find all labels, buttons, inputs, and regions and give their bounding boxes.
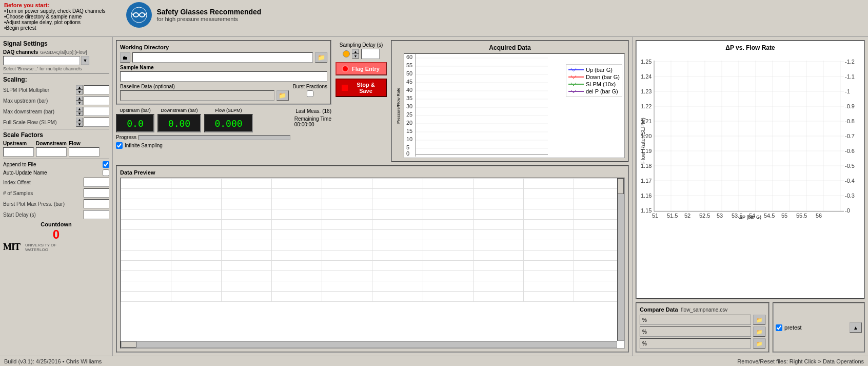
sampling-up[interactable]: ▲ (352, 49, 359, 54)
flag-entry-button[interactable]: Flag Entry (336, 62, 387, 75)
svg-text:50: 50 (406, 70, 412, 76)
svg-text:1.24: 1.24 (641, 73, 652, 80)
max-downstream-input[interactable]: 5.5 (84, 107, 109, 116)
data-preview-scrollbar-v[interactable] (617, 178, 624, 341)
sf-downstream-input[interactable]: 0 (36, 147, 67, 157)
svg-text:-0.3: -0.3 (845, 192, 855, 199)
svg-text:1.17: 1.17 (641, 178, 652, 184)
infinite-sampling-checkbox[interactable] (116, 142, 123, 149)
compare-data-row-1: 📁 (640, 315, 765, 325)
table-row (121, 281, 624, 292)
slpm-multiplier-down[interactable]: ▼ (76, 90, 83, 94)
compare-data-input-2[interactable] (640, 326, 751, 337)
last-meas-section: Last Meas. (16) Remaining Time 00:00:00 (294, 108, 331, 127)
flow-meas: Flow (SLPM) 0.000 (204, 108, 253, 132)
burst-plot-max-row: Burst Plot Max Press. (bar) 110 (3, 199, 109, 208)
signal-settings-title: Signal Settings (3, 40, 109, 47)
last-meas-value: (16) (322, 108, 331, 114)
append-to-file-label: Append to File (3, 162, 101, 167)
data-preview-box: Data Preview (116, 165, 629, 353)
full-scale-flow-spinner: ▲ ▼ 2 (76, 118, 109, 127)
baseline-browse-button[interactable]: 📁 (277, 90, 289, 101)
sample-name-input[interactable]: pretest (120, 71, 327, 82)
table-row (121, 230, 624, 240)
content-area: Signal Settings DAQ channels GASDAQ/ai[U… (0, 37, 868, 356)
pretest-expand-button[interactable]: ▲ (850, 322, 862, 333)
acquired-data-box: Acquired Data Pressure/Flow Rate 60 55 5… (391, 40, 629, 162)
compare-data-btn-1[interactable]: 📁 (753, 315, 765, 325)
baseline-label: Baseline Data (optional) (120, 84, 289, 89)
sampling-down[interactable]: ▼ (352, 54, 359, 59)
upstream-meas: Upstream (bar) 0.0 (116, 108, 154, 132)
max-upstream-up[interactable]: ▲ (76, 96, 83, 101)
working-directory-box: Working Directory 🖿 C:\National Instrume… (116, 40, 331, 105)
slpm-multiplier-input[interactable]: 10 (84, 85, 109, 94)
slpm-multiplier-up[interactable]: ▲ (76, 85, 83, 90)
divider-2 (3, 129, 109, 129)
last-meas-label: Last Meas. (295, 108, 321, 114)
max-downstream-down[interactable]: ▼ (76, 111, 83, 116)
logos-section: MIT UNIVERSITY OFWATERLOO (3, 242, 109, 253)
max-upstream-row: Max upstream (bar) ▲ ▼ 110 (3, 96, 109, 105)
data-preview-scrollbar-h[interactable] (121, 341, 617, 348)
browse-hint: Select 'Browse...' for multiple channels (3, 66, 109, 71)
num-samples-input[interactable]: 1000 (84, 188, 109, 198)
auto-update-name-label: Auto-Update Name (3, 170, 101, 176)
max-downstream-up[interactable]: ▲ (76, 107, 83, 111)
full-scale-flow-down[interactable]: ▼ (76, 122, 83, 127)
index-offset-input[interactable]: 1 (84, 178, 109, 187)
bottom-section: Data Preview (116, 165, 629, 353)
legend-slpm-label: SLPM (10x) (586, 81, 616, 87)
auto-update-name-checkbox[interactable] (103, 169, 109, 176)
dp-flow-rate-box: ΔP vs. Flow Rate 1.25 1.24 1.23 1.22 1.2… (636, 40, 865, 299)
daq-channel-button[interactable]: ▼ (81, 56, 89, 65)
flow-meas-display: 0.000 (204, 114, 253, 132)
legend-delp-label: del P (bar G) (586, 88, 618, 94)
wd-path-input[interactable]: C:\National Instruments Downloads (132, 52, 313, 63)
sf-upstream-input[interactable]: 0 (3, 147, 34, 157)
svg-text:55.5: 55.5 (796, 213, 807, 218)
remaining-time-label: Remaining Time (294, 116, 331, 122)
downstream-meas: Downstream (bar) 0.00 (157, 108, 201, 132)
burst-plot-max-input[interactable]: 110 (84, 199, 109, 208)
svg-text:54.5: 54.5 (764, 213, 775, 218)
compare-data-input-1[interactable] (640, 315, 751, 325)
baseline-burst-row: Baseline Data (optional) % 📁 Burst Fract… (120, 84, 327, 101)
pretest-checkbox[interactable] (776, 324, 782, 331)
full-scale-flow-input[interactable]: 2 (84, 118, 109, 127)
svg-text:25: 25 (406, 111, 412, 118)
stop-save-button[interactable]: Stop & Save (336, 79, 387, 97)
baseline-input[interactable]: % (120, 90, 274, 101)
sf-flow-input[interactable]: 0 (69, 147, 100, 157)
version-label: Build (v3.1): 4/25/2016 • Chris Williams (4, 358, 102, 364)
start-delay-input[interactable]: 2 (84, 210, 109, 219)
sampling-delay-section: Sampling Delay (s) ▲ ▼ 1 (340, 42, 383, 59)
max-upstream-input[interactable]: 110 (84, 96, 109, 105)
full-scale-flow-up[interactable]: ▲ (76, 118, 83, 122)
sampling-delay-input[interactable]: 1 (361, 49, 380, 59)
append-to-file-checkbox[interactable] (103, 161, 109, 168)
compare-data-btn-3[interactable]: 📁 (753, 338, 765, 349)
compare-data-btn-2[interactable]: 📁 (753, 326, 765, 337)
svg-text:-0.9: -0.9 (845, 103, 855, 109)
safety-subtitle: for high pressure measurements (157, 16, 262, 22)
svg-text:51: 51 (652, 213, 658, 218)
downstream-meas-label: Downstream (bar) (161, 108, 198, 113)
top-bar: Before you start: •Turn on power supply,… (0, 0, 868, 37)
max-upstream-down[interactable]: ▼ (76, 101, 83, 105)
downstream-meas-display: 0.00 (157, 114, 201, 132)
burst-fractions-checkbox[interactable] (307, 90, 313, 97)
flag-entry-icon (342, 65, 349, 72)
before-start-item-3: •Adjust sample delay, plot options (4, 20, 106, 25)
wd-browse-button[interactable]: 📁 (315, 52, 327, 63)
acquired-data-layout: Pressure/Flow Rate 60 55 50 45 40 35 30 (395, 53, 625, 158)
sampling-delay-controls: ▲ ▼ 1 (343, 49, 380, 59)
svg-text:53: 53 (717, 213, 723, 218)
compare-data-input-3[interactable] (640, 338, 751, 349)
burst-fractions-section: Burst Fractions (293, 84, 327, 97)
daq-channel-input[interactable]: GASDAQ/ai0:2 (3, 56, 80, 65)
svg-text:51.5: 51.5 (667, 213, 678, 218)
num-samples-row: # of Samples 1000 (3, 188, 109, 198)
dp-flow-rate-chart: 1.25 1.24 1.23 1.22 1.21 1.20 1.19 1.18 … (640, 53, 861, 218)
upstream-meas-display: 0.0 (116, 114, 154, 132)
